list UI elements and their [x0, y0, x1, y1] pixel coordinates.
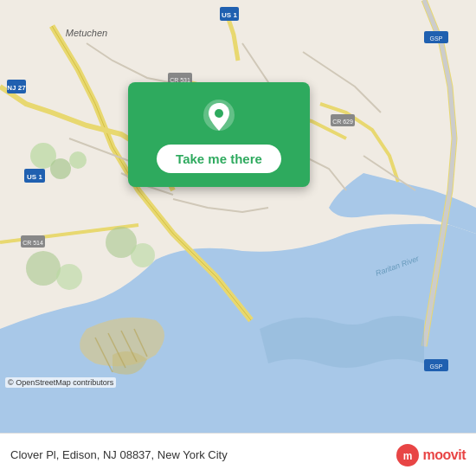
svg-text:US 1: US 1 — [222, 11, 237, 19]
svg-text:m: m — [402, 450, 412, 462]
bottom-bar: Clover Pl, Edison, NJ 08837, New York Ci… — [0, 433, 476, 476]
take-me-there-button[interactable]: Take me there — [157, 145, 281, 173]
svg-point-33 — [215, 109, 223, 118]
svg-point-25 — [56, 264, 82, 290]
svg-point-21 — [69, 151, 87, 169]
svg-point-20 — [50, 158, 71, 179]
location-card: Take me there — [128, 82, 310, 187]
moovit-text: moovit — [423, 447, 466, 463]
moovit-logo: m moovit — [396, 443, 466, 467]
svg-text:GSP: GSP — [430, 35, 443, 42]
svg-text:CR 514: CR 514 — [23, 240, 43, 246]
svg-point-23 — [131, 243, 155, 267]
location-pin-icon — [200, 98, 238, 136]
osm-credit: © OpenStreetMap contributors — [5, 377, 116, 388]
svg-text:Metuchen: Metuchen — [66, 28, 107, 38]
svg-point-24 — [26, 251, 61, 286]
map-container: US 1 NJ 27 US 1 CR 531 CR 629 CR 514 GSP… — [0, 0, 476, 433]
svg-text:NJ 27: NJ 27 — [7, 84, 26, 92]
svg-text:CR 629: CR 629 — [332, 119, 353, 125]
moovit-logo-icon: m — [396, 443, 420, 467]
address-text: Clover Pl, Edison, NJ 08837, New York Ci… — [10, 448, 228, 461]
svg-text:GSP: GSP — [430, 363, 443, 370]
svg-text:US 1: US 1 — [27, 173, 42, 181]
